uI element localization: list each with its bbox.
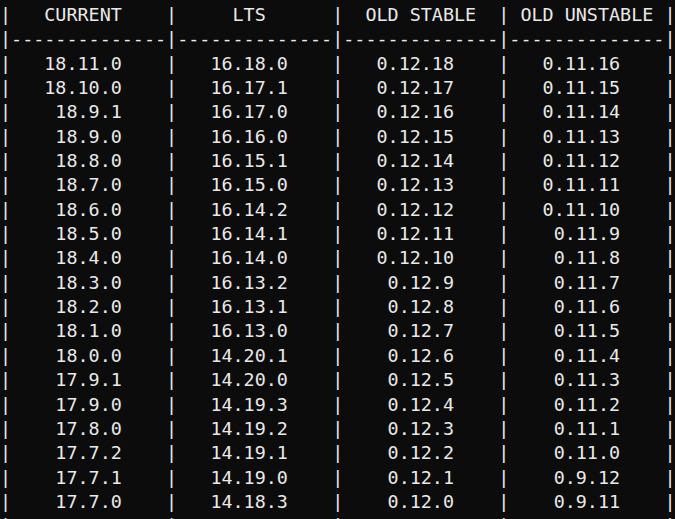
version-cell: 18.3.0 xyxy=(11,272,166,293)
column-divider: | xyxy=(332,150,343,171)
column-divider: | xyxy=(0,418,11,439)
table-row: | 17.8.0 | 14.19.2 | 0.12.3 | 0.11.1 | xyxy=(0,417,675,441)
version-cell: 0.11.2 xyxy=(509,394,664,415)
table-row: | 18.7.0 | 16.15.0 | 0.12.13 | 0.11.11 | xyxy=(0,173,675,197)
version-cell: 0.12.1 xyxy=(343,467,498,488)
column-divider: | xyxy=(332,394,343,415)
column-divider: | xyxy=(332,467,343,488)
column-divider: | xyxy=(332,126,343,147)
table-row: | 18.3.0 | 16.13.2 | 0.12.9 | 0.11.7 | xyxy=(0,271,675,295)
version-cell: 14.19.2 xyxy=(177,418,332,439)
column-divider: | xyxy=(498,77,509,98)
version-cell: 16.13.1 xyxy=(177,296,332,317)
column-divider: | xyxy=(664,296,675,317)
column-divider: | xyxy=(0,28,11,49)
version-cell: 14.19.1 xyxy=(177,442,332,463)
column-divider: | xyxy=(664,491,675,512)
column-divider: | xyxy=(166,320,177,341)
column-divider: | xyxy=(498,345,509,366)
column-divider: | xyxy=(498,126,509,147)
column-divider: | xyxy=(332,174,343,195)
column-divider: | xyxy=(166,174,177,195)
column-divider: | xyxy=(0,369,11,390)
empty-cell xyxy=(177,515,332,519)
column-divider: | xyxy=(664,223,675,244)
version-cell: 16.16.0 xyxy=(177,126,332,147)
version-cell: 0.11.15 xyxy=(509,77,664,98)
column-divider: | xyxy=(0,247,11,268)
column-divider: | xyxy=(498,320,509,341)
version-cell: 0.12.4 xyxy=(343,394,498,415)
version-cell: 14.20.1 xyxy=(177,345,332,366)
version-cell: 0.12.7 xyxy=(343,320,498,341)
version-cell: 16.18.0 xyxy=(177,53,332,74)
column-divider: | xyxy=(0,491,11,512)
column-divider: | xyxy=(498,247,509,268)
version-cell: 17.9.0 xyxy=(11,394,166,415)
version-cell: 0.9.12 xyxy=(509,467,664,488)
version-cell: 16.14.1 xyxy=(177,223,332,244)
version-cell: 0.11.8 xyxy=(509,247,664,268)
column-divider: | xyxy=(332,345,343,366)
column-divider: | xyxy=(0,345,11,366)
table-row: | 18.9.1 | 16.17.0 | 0.12.16 | 0.11.14 | xyxy=(0,100,675,124)
column-divider: | xyxy=(332,77,343,98)
column-header-current: CURRENT xyxy=(11,4,166,25)
column-divider: | xyxy=(498,491,509,512)
column-divider: | xyxy=(498,174,509,195)
version-cell: 0.12.3 xyxy=(343,418,498,439)
column-divider: | xyxy=(664,272,675,293)
column-divider: | xyxy=(0,272,11,293)
version-cell: 0.11.7 xyxy=(509,272,664,293)
version-cell: 14.19.3 xyxy=(177,394,332,415)
column-divider: | xyxy=(166,418,177,439)
column-divider: | xyxy=(332,28,343,49)
table-row: | 18.0.0 | 14.20.1 | 0.12.6 | 0.11.4 | xyxy=(0,344,675,368)
column-divider: | xyxy=(664,174,675,195)
column-divider: | xyxy=(332,442,343,463)
version-cell: 16.15.1 xyxy=(177,150,332,171)
column-header-lts: LTS xyxy=(177,4,332,25)
table-row: | 18.5.0 | 16.14.1 | 0.12.11 | 0.11.9 | xyxy=(0,222,675,246)
column-divider: | xyxy=(498,101,509,122)
version-cell: 18.9.1 xyxy=(11,101,166,122)
column-divider: | xyxy=(166,369,177,390)
version-cell: 16.17.1 xyxy=(177,77,332,98)
table-row: | 17.7.0 | 14.18.3 | 0.12.0 | 0.9.11 | xyxy=(0,490,675,514)
table-row: | 18.2.0 | 16.13.1 | 0.12.8 | 0.11.6 | xyxy=(0,295,675,319)
column-divider: | xyxy=(0,223,11,244)
version-cell: 0.11.11 xyxy=(509,174,664,195)
column-divider: | xyxy=(0,320,11,341)
version-cell: 0.12.12 xyxy=(343,199,498,220)
table-row: | 17.9.0 | 14.19.3 | 0.12.4 | 0.11.2 | xyxy=(0,393,675,417)
column-divider: | xyxy=(498,150,509,171)
version-cell: 16.13.0 xyxy=(177,320,332,341)
column-divider: | xyxy=(0,126,11,147)
table-row: | 17.7.1 | 14.19.0 | 0.12.1 | 0.9.12 | xyxy=(0,466,675,490)
column-divider: | xyxy=(498,272,509,293)
column-divider: | xyxy=(498,53,509,74)
column-divider: | xyxy=(664,150,675,171)
empty-cell xyxy=(509,515,664,519)
table-partial-row: | | | | | xyxy=(0,514,675,519)
header-separator: -------------- xyxy=(343,28,498,49)
column-divider: | xyxy=(498,442,509,463)
column-divider: | xyxy=(332,223,343,244)
version-cell: 0.12.0 xyxy=(343,491,498,512)
column-divider: | xyxy=(166,28,177,49)
column-divider: | xyxy=(498,4,509,25)
header-separator: -------------- xyxy=(11,28,166,49)
column-divider: | xyxy=(166,53,177,74)
terminal-window[interactable]: | CURRENT | LTS | OLD STABLE | OLD UNSTA… xyxy=(0,0,675,519)
empty-cell xyxy=(343,515,498,519)
column-divider: | xyxy=(166,442,177,463)
version-cell: 17.7.0 xyxy=(11,491,166,512)
version-cell: 0.11.4 xyxy=(509,345,664,366)
column-divider: | xyxy=(166,150,177,171)
column-divider: | xyxy=(664,126,675,147)
version-cell: 18.2.0 xyxy=(11,296,166,317)
version-cell: 0.11.0 xyxy=(509,442,664,463)
column-divider: | xyxy=(498,515,509,519)
column-divider: | xyxy=(664,394,675,415)
column-divider: | xyxy=(166,126,177,147)
